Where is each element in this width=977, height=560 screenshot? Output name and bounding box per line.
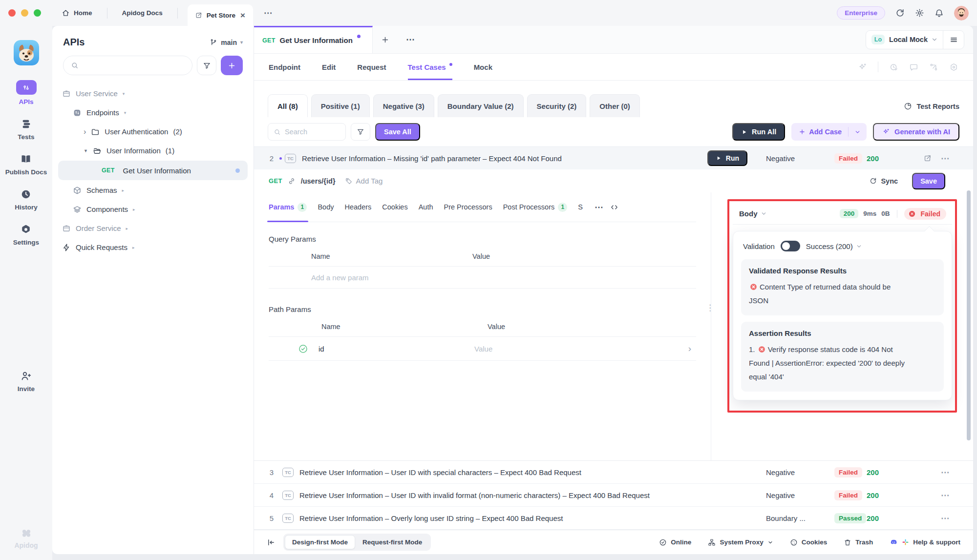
test-case-row[interactable]: 2 TC Retrieve User Information – Missing… <box>254 146 973 169</box>
home-button[interactable]: Home <box>54 9 100 17</box>
chevron-right-icon[interactable]: › <box>688 343 696 354</box>
tree-item-order-service[interactable]: Order Service ▸ <box>52 219 254 238</box>
tree-item-endpoints[interactable]: Endpoints ▾ <box>52 103 254 122</box>
sidebar-item-invite[interactable]: Invite <box>18 370 35 393</box>
window-zoom-button[interactable] <box>34 9 41 17</box>
case-search-input[interactable] <box>285 128 334 136</box>
tree-item-quick-requests[interactable]: Quick Requests ▸ <box>52 238 254 257</box>
sidebar-search[interactable] <box>63 56 192 75</box>
history-icon[interactable] <box>889 62 898 72</box>
filter-tab-security[interactable]: Security (2) <box>527 94 587 117</box>
tab-auth[interactable]: Auth <box>419 192 433 222</box>
collapse-sidebar-icon[interactable] <box>267 538 276 547</box>
save-all-button[interactable]: Save All <box>375 123 420 141</box>
tree-item-get-user-information[interactable]: GET Get User Information <box>58 161 248 180</box>
online-status[interactable]: Online <box>659 539 691 546</box>
tree-item-schemas[interactable]: Schemas ▸ <box>52 181 254 200</box>
sidebar-item-history[interactable]: History <box>15 188 38 211</box>
env-menu-icon[interactable] <box>943 36 964 44</box>
tree-item-user-information[interactable]: ▼ User Information (1) <box>52 141 254 160</box>
chevron-down-icon[interactable] <box>849 129 867 135</box>
tab-edit[interactable]: Edit <box>322 54 336 80</box>
sidebar-item-apis[interactable]: APIs <box>16 80 37 106</box>
target-hex-icon[interactable] <box>949 62 958 72</box>
tab-more-button[interactable]: ⋯ <box>398 26 423 53</box>
test-case-row[interactable]: 4 TC Retrieve User Information – User ID… <box>254 484 973 507</box>
tab-headers[interactable]: Headers <box>344 192 371 222</box>
user-avatar[interactable] <box>954 6 969 21</box>
bell-icon[interactable] <box>935 8 944 18</box>
response-body-selector[interactable]: Body <box>739 209 767 218</box>
more-tabs-button[interactable]: ⋯ <box>253 8 283 18</box>
help-support-button[interactable]: Help & support <box>890 538 960 546</box>
tab-overflow[interactable]: S <box>578 203 583 211</box>
tab-params[interactable]: Params1 <box>269 192 307 222</box>
comment-icon[interactable] <box>909 62 918 72</box>
row-menu-icon[interactable]: ⋯ <box>941 467 950 477</box>
validation-toggle[interactable] <box>781 241 800 251</box>
tab-apidog-docs[interactable]: Apidog Docs <box>114 9 170 17</box>
vertical-scrollbar[interactable] <box>967 190 971 440</box>
add-case-button[interactable]: Add Case <box>791 123 867 141</box>
sidebar-search-input[interactable] <box>83 62 185 69</box>
path-param-row[interactable]: id › <box>269 337 696 361</box>
tree-item-user-service[interactable]: User Service ▾ <box>52 84 254 103</box>
filter-tab-negative[interactable]: Negative (3) <box>373 94 434 117</box>
tree-item-user-authentication[interactable]: › User Authentication (2) <box>52 122 254 141</box>
refresh-icon[interactable] <box>895 8 905 18</box>
validation-scope-selector[interactable]: Success (200) <box>806 242 862 250</box>
tab-post-processors[interactable]: Post Processors1 <box>503 192 568 222</box>
row-menu-icon[interactable]: ⋯ <box>941 490 950 500</box>
branch-selector[interactable]: main ▾ <box>210 39 243 46</box>
tab-pet-store[interactable]: Pet Store × <box>188 4 253 26</box>
sidebar-item-settings[interactable]: Settings <box>13 224 39 247</box>
sidebar-item-publish-docs[interactable]: Publish Docs <box>5 153 47 176</box>
tab-pre-processors[interactable]: Pre Processors <box>444 192 492 222</box>
add-tag-button[interactable]: Add Tag <box>345 177 383 185</box>
tab-cookies[interactable]: Cookies <box>382 192 407 222</box>
generate-with-ai-button[interactable]: Generate with AI <box>873 123 959 141</box>
param-value-input[interactable] <box>474 345 572 353</box>
open-external-icon[interactable] <box>923 154 932 163</box>
doc-tab-get-user-information[interactable]: GET Get User Information <box>254 26 373 53</box>
add-param-input[interactable] <box>311 273 458 282</box>
system-proxy-selector[interactable]: System Proxy <box>708 539 773 546</box>
row-menu-icon[interactable]: ⋯ <box>941 513 950 523</box>
run-case-button[interactable]: Run <box>707 150 747 166</box>
tab-mock[interactable]: Mock <box>474 54 492 80</box>
enterprise-badge[interactable]: Enterprise <box>837 6 885 20</box>
filter-tab-boundary[interactable]: Boundary Value (2) <box>438 94 524 117</box>
request-first-mode-button[interactable]: Request-first Mode <box>355 535 429 549</box>
project-avatar[interactable] <box>14 40 39 65</box>
test-reports-button[interactable]: Test Reports <box>904 102 959 110</box>
filter-tab-other[interactable]: Other (0) <box>590 94 640 117</box>
tree-item-components[interactable]: Components ▸ <box>52 200 254 219</box>
add-button[interactable] <box>221 56 243 75</box>
environment-selector[interactable]: Lo Local Mock <box>866 30 964 49</box>
tab-endpoint[interactable]: Endpoint <box>269 54 300 80</box>
tabs-more-icon[interactable]: ⋯ <box>595 202 603 212</box>
filter-tab-all[interactable]: All (8) <box>268 94 308 117</box>
sidebar-item-tests[interactable]: Tests <box>18 118 34 141</box>
tab-body[interactable]: Body <box>318 192 334 222</box>
window-minimize-button[interactable] <box>21 9 28 17</box>
flow-nodes-icon[interactable] <box>929 62 938 72</box>
code-icon[interactable] <box>610 203 618 211</box>
tab-request[interactable]: Request <box>357 54 386 80</box>
filter-button[interactable] <box>197 56 216 75</box>
sync-button[interactable]: Sync <box>870 177 898 185</box>
case-search[interactable] <box>268 123 346 141</box>
window-close-button[interactable] <box>8 9 16 17</box>
row-menu-icon[interactable]: ⋯ <box>941 153 950 164</box>
pane-drag-handle[interactable]: ⋮ <box>706 306 714 310</box>
add-param-row[interactable] <box>269 267 696 289</box>
filter-button[interactable] <box>351 123 370 141</box>
gear-icon[interactable] <box>915 8 924 18</box>
save-button[interactable]: Save <box>912 173 945 189</box>
design-first-mode-button[interactable]: Design-first Mode <box>285 535 355 549</box>
test-case-row[interactable]: 5 TC Retrieve User Information – Overly … <box>254 507 973 530</box>
ai-sparkle-icon[interactable] <box>858 62 867 72</box>
close-icon[interactable]: × <box>240 11 246 20</box>
tab-test-cases[interactable]: Test Cases <box>408 54 452 80</box>
filter-tab-positive[interactable]: Positive (1) <box>311 94 370 117</box>
